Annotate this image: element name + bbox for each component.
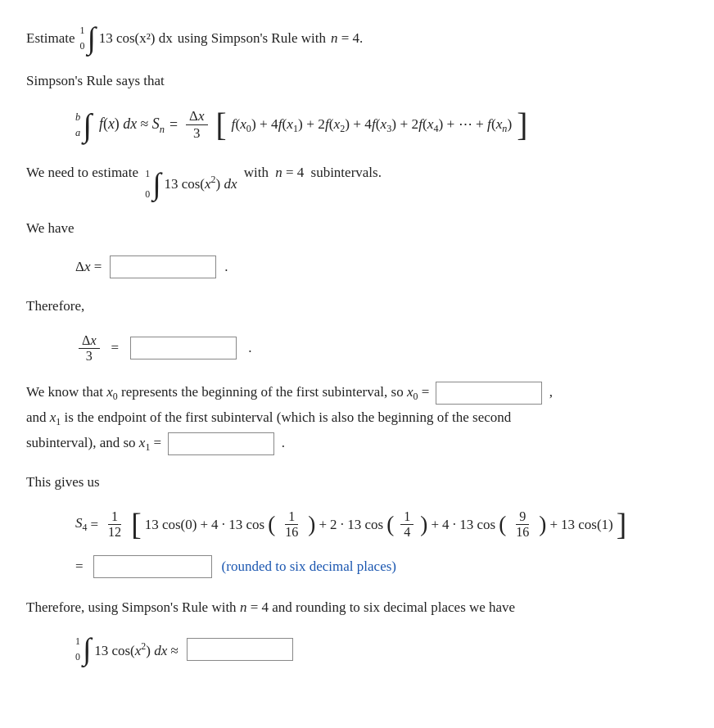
x1-input[interactable] [168, 432, 274, 455]
result-input[interactable] [93, 555, 212, 578]
s4-term5: 13 cos(1) [561, 517, 613, 533]
final-integrand: 13 cos(x2) dx ≈ [94, 640, 178, 659]
formula-fx: f(x) dx ≈ Sn [99, 115, 165, 136]
formula-frac-num: Δx [186, 108, 207, 125]
formula-a: a [75, 127, 80, 139]
therefore-frac-num: Δx [79, 333, 100, 349]
s4-coeff3: 2 · 13 cos [330, 517, 383, 533]
formula-integral: b a ∫ [75, 109, 94, 141]
final-integral: 1 0 ∫ 13 cos(x2) dx ≈ [75, 634, 178, 664]
s4-bracket-open: [ [131, 509, 141, 540]
we-have-text: We have [26, 220, 75, 236]
s4-paren3-close: ) [539, 513, 546, 536]
s4-frac2-num: 1 [400, 509, 413, 525]
s4-coeff-den: 12 [105, 525, 124, 540]
s4-frac1: 1 16 [282, 509, 301, 540]
s4-coeff2: 4 · 13 cos [211, 517, 264, 533]
header-integrand: 13 cos(x²) dx [99, 30, 173, 47]
s4-frac3: 9 16 [513, 509, 532, 540]
therefore-text: Therefore, [26, 298, 84, 314]
formula-frac: Δx 3 [186, 108, 207, 142]
s4-bracket-close: ] [617, 509, 626, 540]
header-line: Estimate 1 0 ∫ 13 cos(x²) dx using Simps… [26, 23, 688, 53]
result-row: = (rounded to six decimal places) [75, 555, 688, 578]
estimate-label: Estimate [26, 30, 75, 47]
s4-plus3: + [431, 517, 439, 533]
final-upper: 1 [75, 635, 80, 648]
s4-frac3-num: 9 [516, 509, 529, 525]
therefore-frac: Δx 3 [79, 333, 100, 364]
rounded-text: (rounded to six decimal places) [222, 558, 396, 575]
final-integral-row: 1 0 ∫ 13 cos(x2) dx ≈ [75, 634, 688, 664]
delta-x-label: Δx = [75, 259, 102, 275]
s4-frac3-den: 16 [513, 525, 532, 540]
s4-formula-block: S4 = 1 12 [ 13 cos(0) + 4 · 13 cos ( 1 1… [75, 509, 688, 540]
formula-limits: b a [75, 111, 80, 139]
s4-paren1-open: ( [268, 513, 275, 536]
delta-x-period: . [224, 259, 228, 275]
result-eq: = [75, 558, 84, 575]
s4-plus1: + [200, 517, 208, 533]
x0-paragraph: We know that x0 represents the beginning… [26, 380, 688, 457]
simpsons-intro-text: Simpson's Rule says that [26, 73, 165, 88]
s4-paren1-close: ) [308, 513, 315, 536]
this-gives-label: This gives us [26, 471, 688, 495]
final-input[interactable] [187, 638, 293, 661]
s4-plus2: + [319, 517, 327, 533]
x0-comma: , [549, 384, 553, 400]
x0-input[interactable] [436, 382, 542, 405]
x1-text-part1: and x1 is the endpoint of the first subi… [26, 409, 511, 425]
formula-bracket-content: f(x0) + 4f(x1) + 2f(x2) + 4f(x3) + 2f(x4… [232, 115, 513, 135]
we-need-text1: We need to estimate [26, 165, 138, 180]
s4-frac2-den: 4 [400, 525, 413, 540]
s4-coeff-frac: 1 12 [105, 509, 124, 540]
conclusion-n: n = 4 [240, 599, 269, 615]
we-need-lower: 0 [145, 186, 150, 202]
formula-bracket-open: [ [216, 109, 227, 141]
conclusion-part1: Therefore, using Simpson's Rule with [26, 599, 237, 615]
x1-period: . [282, 435, 285, 450]
therefore-input[interactable] [130, 337, 237, 359]
simpsons-formula: b a ∫ f(x) dx ≈ Sn = Δx 3 [ f(x0) + 4f(x… [75, 108, 688, 142]
we-need-int-symbol: ∫ [152, 169, 160, 199]
header-int-symbol: ∫ [87, 23, 95, 53]
final-int-symbol: ∫ [83, 634, 91, 664]
s4-paren2-open: ( [386, 513, 394, 536]
we-need-n: n = 4 [275, 165, 304, 180]
formula-eq: = [169, 116, 178, 133]
final-lower: 0 [75, 651, 80, 663]
we-need-subintervals: subintervals. [311, 165, 382, 180]
final-limits: 1 0 [75, 635, 80, 663]
we-need-integrand: 13 cos(x2) dx [164, 171, 237, 197]
header-rule-text: using Simpson's Rule with [178, 30, 326, 47]
conclusion-text: Therefore, using Simpson's Rule with n =… [26, 596, 688, 620]
therefore-eq: = [111, 340, 120, 356]
s4-frac2: 1 4 [400, 509, 413, 540]
formula-int-symbol: ∫ [83, 109, 92, 141]
we-have-label: We have [26, 217, 688, 241]
therefore-row: Δx 3 = . [75, 333, 688, 364]
s4-label: S4 [75, 515, 87, 534]
formula-b: b [75, 111, 80, 124]
s4-paren2-close: ) [420, 513, 427, 536]
header-upper: 1 [79, 25, 84, 37]
we-need-integral: 1 0 ∫ 13 cos(x2) dx [145, 165, 237, 201]
simpsons-intro: Simpson's Rule says that [26, 70, 688, 93]
delta-x-input[interactable] [110, 255, 216, 278]
s4-term1: 13 cos(0) [145, 517, 197, 533]
header-n: n = 4. [331, 30, 363, 47]
we-need-line: We need to estimate 1 0 ∫ 13 cos(x2) dx … [26, 161, 688, 201]
this-gives-text: This gives us [26, 474, 100, 490]
s4-frac1-num: 1 [285, 509, 298, 525]
therefore-frac-den: 3 [83, 349, 96, 364]
s4-paren3-open: ( [499, 513, 506, 536]
header-lower: 0 [79, 40, 84, 52]
s4-frac1-den: 16 [282, 525, 301, 540]
x1-text-part2: subinterval), and so x1 = [26, 435, 161, 450]
header-integral: 1 0 ∫ 13 cos(x²) dx [79, 23, 172, 53]
therefore-label: Therefore, [26, 295, 688, 319]
delta-x-row: Δx = . [75, 255, 688, 278]
therefore-period: . [248, 340, 251, 356]
we-need-upper: 1 [145, 165, 150, 182]
s4-coeff4: 4 · 13 cos [442, 517, 495, 533]
